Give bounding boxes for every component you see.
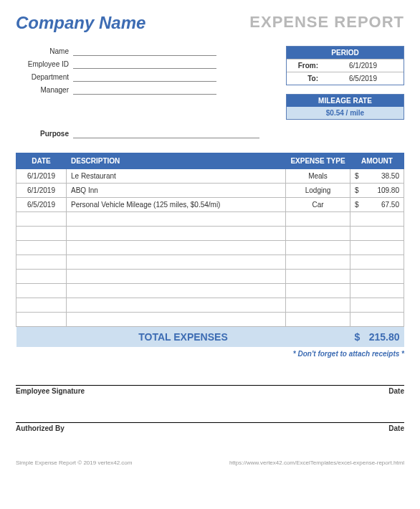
cell-description: Personal Vehicle Mileage (125 miles, $0.…	[67, 198, 286, 212]
cell-empty	[286, 298, 350, 313]
authorized-signature-row: Authorized By Date	[16, 422, 404, 432]
cell-empty	[67, 212, 286, 227]
employee-signature-label: Employee Signature	[16, 387, 85, 395]
table-row	[16, 241, 404, 255]
header-description: DESCRIPTION	[67, 153, 286, 169]
header-expense-type: EXPENSE TYPE	[286, 153, 350, 169]
total-row: TOTAL EXPENSES $ 215.80	[16, 327, 404, 348]
table-row	[16, 284, 404, 298]
table-header-row: DATE DESCRIPTION EXPENSE TYPE AMOUNT	[16, 153, 404, 169]
cell-empty	[67, 284, 286, 298]
purpose-input-line[interactable]	[73, 128, 259, 138]
cell-amount: $38.50	[350, 169, 404, 184]
cell-empty	[286, 255, 350, 270]
cell-empty	[67, 227, 286, 241]
cell-type: Meals	[286, 169, 350, 184]
cell-empty	[350, 241, 404, 255]
cell-empty	[286, 212, 350, 227]
receipt-reminder: * Don't forget to attach receipts *	[16, 350, 404, 358]
info-section: Name Employee ID Department Manager PERI…	[16, 46, 404, 120]
cell-empty	[67, 313, 286, 327]
table-row	[16, 227, 404, 241]
footer-copyright: Simple Expense Report © 2019 vertex42.co…	[16, 460, 132, 466]
cell-date: 6/1/2019	[16, 184, 67, 198]
table-row	[16, 270, 404, 284]
cell-description: Le Restaurant	[67, 169, 286, 184]
footer: Simple Expense Report © 2019 vertex42.co…	[16, 460, 404, 466]
employee-fields: Name Employee ID Department Manager	[16, 46, 286, 120]
cell-empty	[16, 212, 67, 227]
period-from-value: 6/1/2019	[323, 60, 404, 72]
table-row: 6/5/2019Personal Vehicle Mileage (125 mi…	[16, 198, 404, 212]
cell-date: 6/5/2019	[16, 198, 67, 212]
table-row: 6/1/2019ABQ InnLodging$109.80	[16, 184, 404, 198]
header-amount: AMOUNT	[350, 153, 404, 169]
authorized-by-label: Authorized By	[16, 424, 65, 432]
employee-id-field: Employee ID	[16, 59, 286, 69]
period-mileage-section: PERIOD From: 6/1/2019 To: 6/5/2019 MILEA…	[286, 46, 404, 120]
cell-empty	[67, 255, 286, 270]
company-name: Company Name	[16, 13, 145, 33]
period-box: PERIOD From: 6/1/2019 To: 6/5/2019	[286, 46, 404, 85]
name-field: Name	[16, 46, 286, 56]
cell-empty	[16, 241, 67, 255]
department-input-line[interactable]	[73, 72, 216, 82]
cell-empty	[67, 298, 286, 313]
mileage-header: MILEAGE RATE	[287, 95, 404, 107]
cell-empty	[16, 270, 67, 284]
header-date: DATE	[16, 153, 67, 169]
cell-type: Car	[286, 198, 350, 212]
cell-amount: $67.50	[350, 198, 404, 212]
table-row	[16, 212, 404, 227]
cell-empty	[67, 270, 286, 284]
name-label: Name	[16, 47, 73, 56]
table-row: 6/1/2019Le RestaurantMeals$38.50	[16, 169, 404, 184]
cell-empty	[286, 227, 350, 241]
total-amount-cell: $ 215.80	[350, 327, 404, 348]
manager-input-line[interactable]	[73, 85, 216, 95]
period-from-row: From: 6/1/2019	[287, 59, 404, 72]
employee-id-input-line[interactable]	[73, 59, 216, 69]
employee-signature-date-label: Date	[388, 387, 404, 395]
employee-signature-row: Employee Signature Date	[16, 385, 404, 395]
cell-empty	[16, 255, 67, 270]
cell-description: ABQ Inn	[67, 184, 286, 198]
employee-id-label: Employee ID	[16, 60, 73, 69]
cell-empty	[350, 298, 404, 313]
total-amount: 215.80	[369, 331, 400, 343]
cell-empty	[350, 255, 404, 270]
total-currency: $	[355, 331, 361, 343]
department-label: Department	[16, 73, 73, 82]
period-to-label: To:	[287, 72, 323, 85]
table-row	[16, 313, 404, 327]
mileage-value: $0.54 / mile	[287, 107, 404, 119]
cell-empty	[350, 284, 404, 298]
department-field: Department	[16, 72, 286, 82]
cell-empty	[16, 227, 67, 241]
cell-empty	[350, 270, 404, 284]
total-label: TOTAL EXPENSES	[16, 327, 350, 348]
cell-empty	[16, 284, 67, 298]
footer-url: https://www.vertex42.com/ExcelTemplates/…	[229, 460, 404, 466]
purpose-field: Purpose	[16, 128, 404, 138]
signature-section: Employee Signature Date Authorized By Da…	[16, 385, 404, 432]
cell-empty	[286, 284, 350, 298]
expense-table: DATE DESCRIPTION EXPENSE TYPE AMOUNT 6/1…	[16, 153, 404, 347]
document-title: EXPENSE REPORT	[249, 13, 404, 32]
purpose-label: Purpose	[16, 130, 73, 138]
period-to-row: To: 6/5/2019	[287, 72, 404, 85]
period-header: PERIOD	[287, 47, 404, 59]
cell-empty	[16, 298, 67, 313]
cell-empty	[16, 313, 67, 327]
cell-empty	[67, 241, 286, 255]
period-to-value: 6/5/2019	[323, 72, 404, 85]
manager-field: Manager	[16, 85, 286, 95]
name-input-line[interactable]	[73, 46, 216, 56]
cell-date: 6/1/2019	[16, 169, 67, 184]
cell-empty	[350, 313, 404, 327]
authorized-date-label: Date	[388, 424, 404, 432]
table-row	[16, 298, 404, 313]
cell-empty	[350, 212, 404, 227]
mileage-box: MILEAGE RATE $0.54 / mile	[286, 94, 404, 120]
manager-label: Manager	[16, 86, 73, 95]
